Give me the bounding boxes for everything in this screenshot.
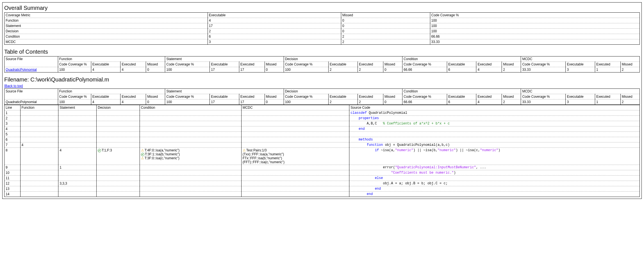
check-icon	[98, 148, 102, 152]
statement-count	[58, 192, 97, 197]
statement-count	[58, 137, 97, 142]
line-number: 4	[4, 126, 21, 132]
mcdc-cell	[241, 110, 349, 116]
col-header: Source File	[4, 56, 58, 67]
function-count	[20, 165, 58, 170]
condition-cell: T:4F:0::isa(a,"numeric")T:3F:1::isa(b,"n…	[140, 148, 241, 165]
code-header-row: Line Function Statement Decision Conditi…	[4, 105, 640, 110]
toc-data-row: QuadraticPolynomial 100440 10017170 1002…	[4, 67, 640, 72]
table-row: Function40100	[4, 18, 640, 23]
mcdc-cell	[241, 121, 349, 126]
statement-count	[58, 126, 97, 132]
source-code-cell: else	[349, 176, 640, 181]
check-icon	[141, 152, 145, 156]
line-number: 14	[4, 192, 21, 197]
decision-cell	[96, 170, 140, 176]
warning-icon	[243, 148, 246, 152]
toc-heading: Table of Contents	[4, 49, 640, 55]
code-row: 123,3,3 obj.A = a; obj.B = b; obj.C = c;	[4, 181, 640, 186]
source-code-cell	[349, 132, 640, 137]
col-header: Statement	[58, 105, 97, 110]
line-number: 8	[4, 148, 21, 165]
table-header-row: Coverage Metric Executable Missed Code C…	[4, 13, 640, 18]
condition-cell	[140, 181, 241, 186]
code-row: 4 end	[4, 126, 640, 132]
code-row: 13 end	[4, 186, 640, 192]
line-number: 9	[4, 165, 21, 170]
decision-cell	[96, 137, 140, 142]
file-data-row: QuadraticPolynomial 100440 10017170 1002…	[4, 99, 640, 105]
condition-cell	[140, 132, 241, 137]
line-number: 11	[4, 176, 21, 181]
mcdc-cell	[241, 186, 349, 192]
source-code-cell: classdef QuadraticPolynomial	[349, 110, 640, 116]
code-row: 11 else	[4, 176, 640, 181]
source-code-cell: properties	[349, 116, 640, 121]
function-count	[20, 126, 58, 132]
condition-cell	[140, 170, 241, 176]
function-count	[20, 181, 58, 186]
col-header: Function	[58, 89, 165, 94]
col-header: Statement	[165, 56, 284, 62]
code-row: 1classdef QuadraticPolynomial	[4, 110, 640, 116]
col-header: Condition	[402, 56, 521, 62]
condition-cell	[140, 186, 241, 192]
file-subheader-row: Code Coverage %ExecutableExecutedMissed …	[4, 94, 640, 99]
col-header: Code Coverage %	[430, 13, 640, 18]
overall-summary-table: Coverage Metric Executable Missed Code C…	[4, 12, 640, 45]
col-header: Function	[58, 56, 165, 62]
condition-cell	[140, 176, 241, 181]
col-header: Missed	[341, 13, 430, 18]
file-detail-heading: Filename: C:\work\QuadraticPolynomial.m	[4, 76, 640, 83]
source-code-cell: obj.A = a; obj.B = b; obj.C = c;	[349, 181, 640, 186]
line-number: 13	[4, 186, 21, 192]
mcdc-cell	[241, 116, 349, 121]
condition-cell	[140, 165, 241, 170]
decision-cell	[96, 181, 140, 186]
condition-cell	[140, 126, 241, 132]
mcdc-cell	[241, 165, 349, 170]
overall-summary-heading: Overall Summary	[4, 5, 640, 11]
function-count	[20, 170, 58, 176]
table-row: Statement170100	[4, 23, 640, 29]
condition-cell	[140, 116, 241, 121]
function-count	[20, 121, 58, 126]
function-count	[20, 116, 58, 121]
decision-cell	[96, 192, 140, 197]
statement-count: 4	[58, 148, 97, 165]
mcdc-cell	[241, 176, 349, 181]
mcdc-cell: Test Pairs:1/3(Txx)::FFF::isa(a,"numeric…	[241, 148, 349, 165]
back-to-top-link[interactable]: [Back to top]	[4, 84, 23, 88]
table-row: Condition6266.66	[4, 34, 640, 39]
col-header: MCDC	[521, 56, 640, 62]
col-header: Line	[4, 105, 21, 110]
line-number: 10	[4, 170, 21, 176]
condition-cell	[140, 137, 241, 142]
decision-cell: T:1,F:3	[96, 148, 140, 165]
decision-cell	[96, 176, 140, 181]
code-row: 74 function obj = QuadraticPolynomial(a,…	[4, 142, 640, 148]
line-number: 5	[4, 132, 21, 137]
mcdc-cell	[241, 170, 349, 176]
col-header: Condition	[402, 89, 521, 94]
statement-count	[58, 176, 97, 181]
statement-count	[58, 170, 97, 176]
col-header: Decision	[284, 89, 402, 94]
table-row: Decision20100	[4, 29, 640, 34]
function-count	[20, 110, 58, 116]
function-count: 4	[20, 142, 58, 148]
report-container: Overall Summary Coverage Metric Executab…	[2, 2, 642, 199]
line-number: 7	[4, 142, 21, 148]
source-file-cell: QuadraticPolynomial	[4, 99, 58, 105]
line-number: 3	[4, 121, 21, 126]
decision-cell	[96, 132, 140, 137]
statement-count	[58, 132, 97, 137]
mcdc-cell	[241, 137, 349, 142]
decision-cell	[96, 186, 140, 192]
function-count	[20, 132, 58, 137]
code-row: 6 methods	[4, 137, 640, 142]
source-code-cell: A,B,C % Coefficients of a*x^2 + b*x + c	[349, 121, 640, 126]
source-file-link[interactable]: QuadraticPolynomial	[6, 68, 37, 72]
col-header: Function	[20, 105, 58, 110]
code-row: 91 error("QuadraticPolynomial:InputMustB…	[4, 165, 640, 170]
